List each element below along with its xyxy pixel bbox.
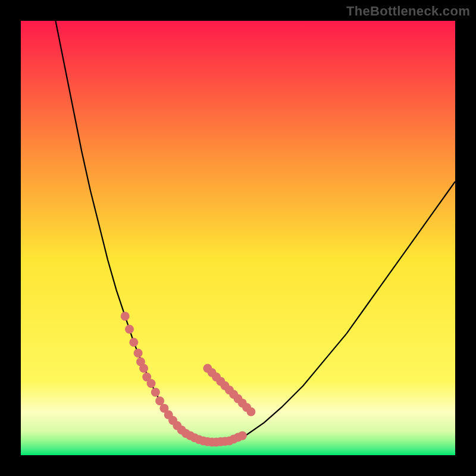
plot-area (21, 21, 455, 455)
marker-dot (121, 312, 130, 321)
marker-dot (134, 349, 143, 358)
marker-dot (151, 388, 160, 397)
marker-dot (246, 408, 255, 416)
marker-dot (238, 431, 247, 440)
marker-dot (147, 379, 156, 388)
marker-dot (139, 364, 148, 373)
gradient-bg (21, 21, 455, 455)
marker-dot (129, 338, 138, 347)
marker-dot (125, 325, 134, 334)
attribution-label: TheBottleneck.com (346, 4, 470, 19)
chart-svg (21, 21, 455, 455)
outer-frame: TheBottleneck.com (0, 0, 476, 476)
